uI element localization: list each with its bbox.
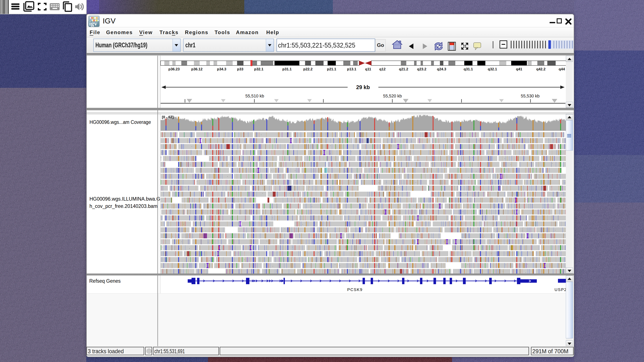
svg-text:p31.1: p31.1 <box>282 67 292 71</box>
svg-text:q11: q11 <box>365 67 371 71</box>
svg-text:p21.1: p21.1 <box>327 67 336 71</box>
svg-text:55,530 kb: 55,530 kb <box>521 94 540 98</box>
svg-text:q44: q44 <box>558 67 565 71</box>
svg-text:q24.3: q24.3 <box>437 67 446 71</box>
svg-text:p22.2: p22.2 <box>303 67 312 71</box>
svg-text:p36.23: p36.23 <box>168 67 180 71</box>
svg-text:p36.12: p36.12 <box>191 67 203 71</box>
svg-text:q32.1: q32.1 <box>488 67 497 71</box>
svg-text:p32.1: p32.1 <box>254 67 263 71</box>
svg-text:55,510 kb: 55,510 kb <box>245 94 264 98</box>
svg-text:q41: q41 <box>516 67 522 71</box>
svg-text:q23.2: q23.2 <box>417 67 426 71</box>
svg-text:igv: igv <box>89 20 97 27</box>
svg-text:q21.2: q21.2 <box>399 67 408 71</box>
svg-text:q31.1: q31.1 <box>464 67 473 71</box>
svg-text:29 kb: 29 kb <box>356 84 370 90</box>
svg-text:p34.3: p34.3 <box>217 67 226 71</box>
svg-text:p33: p33 <box>237 67 243 71</box>
svg-text:q42.2: q42.2 <box>536 67 545 71</box>
svg-text:55,520 kb: 55,520 kb <box>383 94 402 98</box>
svg-text:q12: q12 <box>379 67 386 71</box>
svg-text:p13.1: p13.1 <box>347 67 356 71</box>
